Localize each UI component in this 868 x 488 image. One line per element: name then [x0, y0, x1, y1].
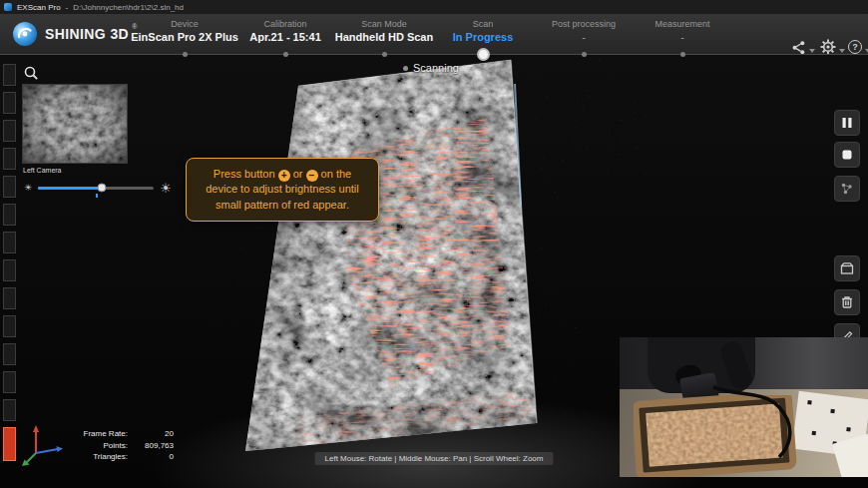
frame-thumbnail[interactable] [3, 92, 16, 114]
frame-thumbnail[interactable] [3, 204, 16, 226]
pause-scan-button[interactable] [834, 110, 860, 136]
frame-thumbnail[interactable] [3, 120, 16, 142]
brightness-slider-handle[interactable] [98, 184, 107, 193]
scanning-status: Scanning [403, 62, 459, 74]
mouse-hint: Left Mouse: Rotate | Middle Mouse: Pan |… [315, 452, 554, 465]
frame-thumbnail[interactable] [3, 148, 16, 170]
chevron-down-icon [839, 49, 845, 53]
webcam-inset [620, 337, 868, 477]
scanner-cable [620, 337, 868, 477]
frame-thumbnail-active[interactable] [3, 427, 16, 461]
frame-thumbnail[interactable] [3, 315, 16, 337]
workflow-header: SHINING 3D ® Device EinScan Pro 2X Plus … [0, 14, 868, 54]
progress-dot [183, 52, 188, 57]
titlebar-file-path: D:\Johnnychen\hdr1\2\2.sln_hd [73, 3, 184, 12]
stat-row: Frame Rate: 20 [70, 428, 174, 440]
left-camera-preview [22, 84, 128, 164]
frame-thumbnail[interactable] [3, 232, 16, 253]
tooltip-text: Press button [214, 168, 275, 180]
trash-icon [840, 295, 854, 309]
points-value: 809,763 [128, 440, 174, 452]
brightness-slider[interactable] [38, 187, 154, 190]
stat-row: Triangles: 0 [70, 451, 174, 463]
frame-rate-label: Frame Rate: [70, 428, 128, 440]
frame-thumbnail[interactable] [3, 371, 16, 393]
frame-thumbnail[interactable] [3, 64, 16, 86]
frame-rate-value: 20 [128, 428, 174, 440]
status-dot-icon [403, 66, 408, 71]
plus-icon: + [278, 170, 290, 182]
help-icon: ? [848, 40, 862, 54]
triangles-label: Triangles: [70, 451, 128, 463]
frame-strip [3, 64, 16, 461]
stop-scan-button[interactable] [834, 142, 860, 168]
gear-icon [820, 39, 836, 55]
workflow-progress-line [0, 54, 868, 55]
progress-dot [382, 52, 387, 57]
titlebar-app-name: EXScan Pro [17, 3, 61, 12]
progress-dot-active [477, 48, 490, 61]
frame-thumbnail[interactable] [3, 343, 16, 365]
zoom-preview-button[interactable] [22, 64, 40, 82]
brightness-slider-fill [38, 187, 102, 190]
frame-thumbnail[interactable] [3, 259, 16, 281]
pause-icon [841, 117, 853, 129]
scanning-label: Scanning [413, 62, 459, 74]
brightness-slider-center-mark [96, 194, 98, 198]
tooltip-text: or [293, 168, 303, 180]
frame-thumbnail[interactable] [3, 287, 16, 309]
progress-dot [283, 52, 288, 57]
stat-row: Points: 809,763 [70, 440, 174, 452]
stop-icon [841, 149, 853, 161]
progress-dot [582, 52, 587, 57]
app-icon [4, 3, 12, 11]
box-icon [840, 261, 854, 275]
shining3d-logo-icon [12, 21, 38, 47]
left-camera-label: Left Camera [23, 167, 62, 174]
triangles-value: 0 [128, 451, 174, 463]
minus-icon: − [306, 170, 318, 182]
delete-data-button[interactable] [834, 289, 860, 315]
step-label: Measurement [608, 18, 757, 30]
progress-dot [680, 52, 685, 57]
step-measurement[interactable]: Measurement - [608, 18, 757, 45]
help-glyph: ? [852, 42, 858, 52]
chevron-down-icon [809, 49, 815, 53]
orientation-axes-icon [20, 423, 68, 467]
step-value: - [608, 30, 757, 45]
share-icon [791, 40, 806, 55]
export-data-button[interactable] [834, 255, 860, 281]
titlebar-separator: - [66, 3, 69, 12]
scan-statistics: Frame Rate: 20 Points: 809,763 Triangles… [70, 428, 174, 463]
point-cloud-button[interactable] [834, 176, 860, 202]
brightness-high-icon: ☀ [160, 182, 172, 195]
points-label: Points: [70, 440, 128, 452]
exscan-pro-window: EXScan Pro - D:\Johnnychen\hdr1\2\2.sln_… [0, 0, 868, 488]
point-cloud-icon [840, 182, 854, 196]
brightness-slider-row: ☀ ☀ [24, 179, 172, 197]
frame-thumbnail[interactable] [3, 399, 16, 421]
magnifier-icon [24, 66, 39, 81]
frame-thumbnail[interactable] [3, 176, 16, 198]
titlebar: EXScan Pro - D:\Johnnychen\hdr1\2\2.sln_… [0, 0, 868, 14]
brightness-low-icon: ☀ [24, 182, 32, 195]
brightness-tooltip: Press button + or − on the device to adj… [186, 158, 379, 222]
